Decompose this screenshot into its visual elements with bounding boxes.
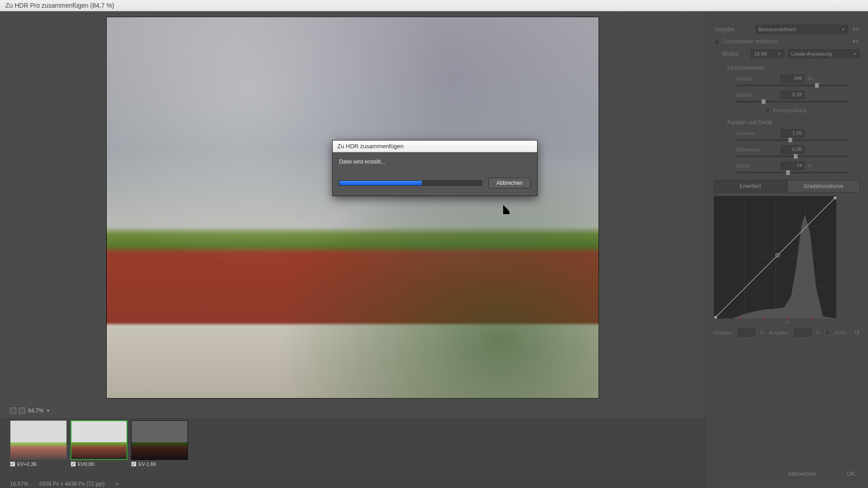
curve-input-label: Eingabe: [714,330,733,335]
thumbnail-checkbox[interactable]: ✓ [71,461,76,467]
slider-knob[interactable] [815,83,819,88]
exposure-slider[interactable] [736,155,848,157]
curve-pct: % [816,330,821,335]
method-select[interactable]: Lokale Anpassung ▼ [788,49,860,58]
progress-dialog: Zu HDR zusammenfügen Datei wird erstellt… [332,140,538,196]
curve-input-value[interactable] [738,328,755,337]
zoom-controls: 84,7% ▼ [10,406,50,415]
thumbnail-ev-label: EV-1,69 [138,461,156,467]
thumbnail-ev-label: EV0,00 [78,461,94,467]
progress-bar-fill [340,181,422,185]
chevron-down-icon: ▼ [853,52,857,56]
svg-rect-8 [714,316,717,319]
method-value: Lokale Anpassung [791,51,832,56]
progress-bar [339,180,482,186]
exposure-thumbnail[interactable]: ✓ EV+2,36 [10,420,67,467]
detail-value-input[interactable]: 74 [781,162,804,170]
detail-unit: % [808,163,818,169]
slider-knob[interactable] [793,154,798,159]
thumbnail-ev-label: EV+2,36 [17,461,37,467]
curve-corner-checkbox[interactable] [825,330,830,335]
exposure-thumbnail[interactable]: ✓ EV0,00 [71,420,127,467]
slider-knob[interactable] [788,137,793,143]
curve-pct: % [760,330,764,335]
thumbnail-image [10,420,67,460]
radius-unit: Px [808,76,818,81]
slider-knob[interactable] [786,170,790,175]
chevron-down-icon: ▼ [778,52,781,56]
edge-smoothing-label: Kantenglättung [773,108,807,113]
edge-glow-section-title: Leuchtkonturen [727,65,860,71]
svg-rect-12 [763,317,765,319]
svg-rect-13 [788,317,789,319]
curve-reset-icon[interactable]: ↺ [854,329,860,336]
strength-slider[interactable] [736,101,848,103]
slider-knob[interactable] [761,99,766,104]
radius-label: Radius: [736,76,777,81]
edge-smoothing-checkbox[interactable] [764,107,770,113]
preview-workspace: 84,7% ▼ [0,11,705,418]
strength-label: Stärke: [736,92,777,98]
actual-pixels-icon[interactable] [19,408,25,414]
window-titlebar: Zu HDR Pro zusammenfügen (84,7 %) [0,0,868,11]
chevron-down-icon: ▼ [841,28,845,32]
thumbnail-image [71,420,127,460]
hdr-settings-sidebar: Vorgabe: Benutzerdefiniert ▼ ▾≡ Geisterb… [705,11,868,488]
strength-value-input[interactable]: 0,28 [781,91,804,99]
status-zoom: 16,67% [10,481,28,487]
preset-label: Vorgabe: [714,26,752,33]
thumbnail-checkbox[interactable]: ✓ [10,461,15,467]
dialog-message: Datei wird erstellt... [339,159,531,165]
gamma-label: Gamma: [736,131,777,136]
mode-value: 16-Bit [754,51,767,56]
detail-label: Detail: [736,163,777,169]
mode-select[interactable]: 16-Bit ▼ [751,49,784,58]
curve-corner-label: Ecke [835,330,845,335]
adjustment-tabs: Erweitert Gradationskurve [714,180,860,192]
exposure-thumbnail-strip: ✓ EV+2,36 ✓ EV0,00 ✓ EV-1,69 [10,420,188,467]
window-title: Zu HDR Pro zusammenfügen (84,7 %) [5,2,114,9]
thumbnail-image [131,420,188,460]
tab-advanced[interactable]: Erweitert [714,180,787,192]
status-dimensions: 5936 Px x 4436 Px (72 ppi) [39,481,105,487]
curve-io-row: Eingabe: % Ausgabe: % Ecke ↺ [714,328,860,337]
status-bar: 16,67% 5936 Px x 4436 Px (72 ppi) > [10,481,118,487]
gamma-slider[interactable] [736,139,848,141]
deghost-checkbox[interactable] [714,39,720,45]
gamma-value-input[interactable]: 1,55 [781,129,804,137]
curve-output-value[interactable] [794,328,811,337]
curve-pointer-icon: ◇ [714,319,860,325]
mode-label: Modus: [722,51,747,57]
curve-output-label: Ausgabe: [769,330,789,335]
preset-select[interactable]: Benutzerdefiniert ▼ [755,25,848,34]
svg-rect-9 [834,197,836,199]
sidebar-cancel-button[interactable]: Abbrechen [788,470,816,477]
svg-rect-11 [739,317,741,319]
detail-slider[interactable] [736,172,848,174]
sidebar-ok-button[interactable]: OK [847,470,855,477]
preset-value: Benutzerdefiniert [759,27,796,32]
zoom-percent-label: 84,7% [28,408,43,414]
tab-curve[interactable]: Gradationskurve [787,180,860,192]
tone-detail-section-title: Farbton und Detail [727,119,860,126]
hdr-preview-image [106,17,599,399]
exposure-value-input[interactable]: 0,00 [781,145,804,154]
preset-menu-icon[interactable]: ▾≡ [852,26,860,33]
deghost-label: Geisterbilder entfernen [723,38,778,45]
zoom-dropdown-icon[interactable]: ▼ [46,408,50,413]
radius-value-input[interactable]: 348 [781,75,804,83]
svg-rect-14 [812,317,814,319]
exposure-thumbnail[interactable]: ✓ EV-1,69 [131,420,188,467]
dialog-cancel-button[interactable]: Abbrechen [488,178,531,188]
exposure-label: Belichtung: [736,147,777,152]
thumbnail-checkbox[interactable]: ✓ [131,461,137,467]
deghost-menu-icon[interactable]: ▾≡ [852,38,860,45]
tone-curve-editor[interactable] [714,196,836,318]
radius-slider[interactable] [736,84,848,86]
dialog-title: Zu HDR zusammenfügen [333,141,537,152]
fit-screen-icon[interactable] [10,408,16,414]
status-arrow-icon: > [115,481,118,487]
